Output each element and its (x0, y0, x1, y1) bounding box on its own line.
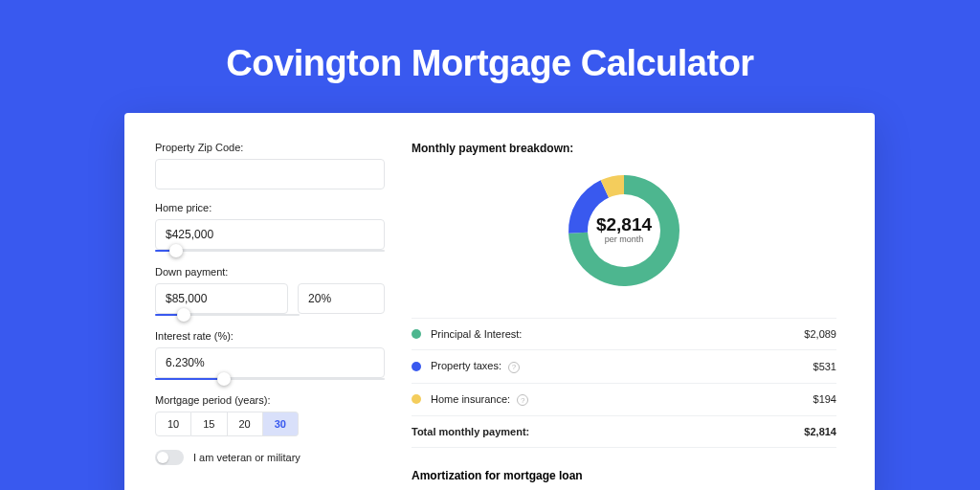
info-icon[interactable]: ? (517, 394, 528, 406)
info-icon[interactable]: ? (508, 362, 520, 373)
form-panel: Property Zip Code: Home price: Down paym… (155, 142, 385, 490)
breakdown-value: $2,089 (804, 328, 836, 340)
home-price-slider[interactable] (155, 248, 385, 254)
rate-label: Interest rate (%): (155, 330, 385, 342)
breakdown-row: Principal & Interest:$2,089 (412, 319, 836, 350)
results-panel: Monthly payment breakdown: $2,814 per mo… (412, 142, 836, 490)
veteran-toggle[interactable] (155, 450, 184, 465)
breakdown-label: Principal & Interest: (431, 328, 804, 340)
breakdown-list: Principal & Interest:$2,089Property taxe… (412, 318, 836, 448)
rate-slider[interactable] (155, 376, 385, 382)
breakdown-total-row: Total monthly payment:$2,814 (412, 416, 836, 448)
rate-input[interactable] (155, 347, 385, 378)
period-option-20[interactable]: 20 (228, 412, 263, 436)
down-payment-slider[interactable] (155, 312, 300, 318)
breakdown-label: Property taxes: ? (431, 360, 813, 373)
legend-dot (412, 329, 421, 339)
period-option-15[interactable]: 15 (191, 412, 227, 436)
period-option-10[interactable]: 10 (155, 412, 191, 436)
down-payment-label: Down payment: (155, 266, 385, 278)
home-price-input[interactable] (155, 219, 385, 250)
down-payment-input[interactable] (155, 283, 288, 314)
calculator-card: Property Zip Code: Home price: Down paym… (124, 113, 875, 490)
total-value: $2,814 (804, 426, 836, 437)
donut-chart: $2,814 per month (412, 168, 836, 293)
breakdown-heading: Monthly payment breakdown: (412, 142, 836, 155)
donut-center-sub: per month (605, 234, 644, 244)
period-option-30[interactable]: 30 (263, 412, 299, 436)
total-label: Total monthly payment: (412, 426, 804, 437)
period-segmented: 10152030 (155, 412, 385, 436)
page-title: Covington Mortgage Calculator (0, 43, 980, 84)
zip-label: Property Zip Code: (155, 142, 385, 153)
zip-input[interactable] (155, 159, 385, 189)
down-payment-pct-input[interactable] (298, 283, 385, 314)
breakdown-value: $194 (813, 393, 836, 405)
breakdown-value: $531 (813, 361, 836, 372)
donut-center-value: $2,814 (596, 214, 653, 234)
breakdown-row: Property taxes: ?$531 (412, 350, 836, 384)
period-label: Mortgage period (years): (155, 394, 385, 406)
legend-dot (412, 394, 421, 404)
legend-dot (412, 362, 421, 371)
home-price-label: Home price: (155, 202, 385, 213)
amortization-heading: Amortization for mortgage loan (412, 469, 836, 482)
amortization-section: Amortization for mortgage loan Amortizat… (412, 469, 836, 490)
breakdown-row: Home insurance: ?$194 (412, 384, 836, 417)
breakdown-label: Home insurance: ? (431, 393, 813, 407)
veteran-label: I am veteran or military (193, 452, 301, 463)
